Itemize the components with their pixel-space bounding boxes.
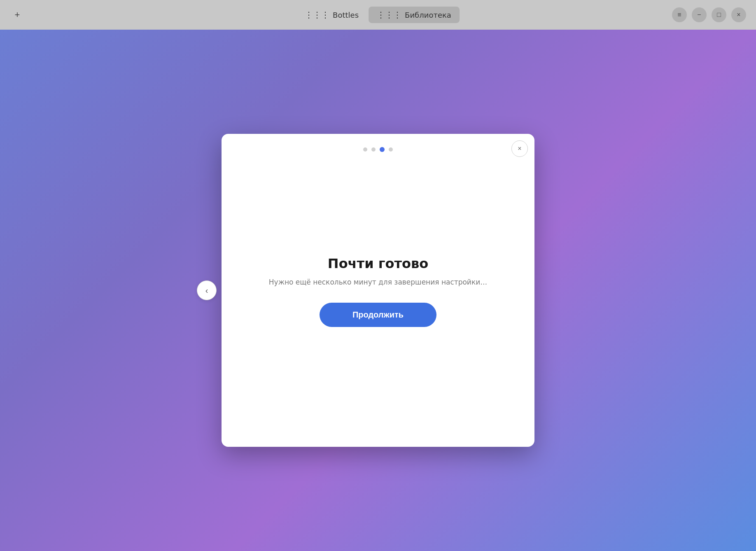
library-icon: ⋮⋮⋮: [377, 10, 401, 20]
menu-icon: ≡: [677, 11, 681, 19]
modal-dialog: × ‹ Почти готово Нужно ещё несколько мин…: [222, 134, 534, 447]
back-button[interactable]: ‹: [197, 280, 217, 300]
back-icon: ‹: [205, 286, 208, 295]
titlebar-left: +: [10, 7, 25, 22]
modal-close-icon: ×: [518, 145, 521, 152]
dot-1: [363, 147, 367, 152]
titlebar-tabs: ⋮⋮⋮ Bottles ⋮⋮⋮ Библиотека: [296, 7, 460, 23]
maximize-icon: □: [717, 11, 721, 19]
tab-bottles-label: Bottles: [333, 11, 359, 19]
dot-2: [371, 147, 376, 152]
modal-subtitle: Нужно ещё несколько минут для завершения…: [269, 278, 487, 286]
tab-bottles[interactable]: ⋮⋮⋮ Bottles: [296, 7, 367, 23]
main-content: × ‹ Почти готово Нужно ещё несколько мин…: [0, 30, 756, 551]
window-close-icon: ×: [737, 11, 740, 19]
bottles-icon: ⋮⋮⋮: [305, 10, 329, 20]
modal-body: Почти готово Нужно ещё несколько минут д…: [222, 152, 534, 447]
minimize-button[interactable]: −: [692, 7, 707, 22]
tab-library[interactable]: ⋮⋮⋮ Библиотека: [369, 7, 460, 23]
dot-4: [389, 147, 393, 152]
tab-library-label: Библиотека: [405, 11, 451, 19]
dot-3: [380, 147, 385, 152]
modal-title: Почти готово: [328, 256, 428, 271]
titlebar: + ⋮⋮⋮ Bottles ⋮⋮⋮ Библиотека ≡ − □ ×: [0, 0, 756, 30]
maximize-button[interactable]: □: [712, 7, 726, 22]
menu-button[interactable]: ≡: [672, 7, 687, 22]
titlebar-controls: ≡ − □ ×: [672, 7, 746, 22]
modal-close-button[interactable]: ×: [511, 140, 528, 157]
window-close-button[interactable]: ×: [731, 7, 746, 22]
dots-indicator: [363, 147, 393, 152]
add-button[interactable]: +: [10, 7, 25, 22]
add-icon: +: [15, 9, 20, 20]
continue-button[interactable]: Продолжить: [320, 303, 436, 327]
minimize-icon: −: [697, 11, 701, 19]
